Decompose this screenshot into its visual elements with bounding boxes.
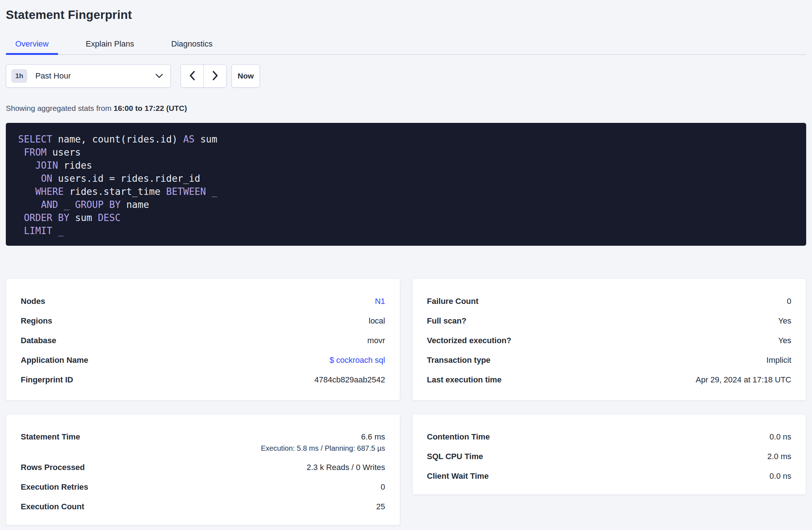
row-label: Full scan? [427,316,467,326]
time-interval-badge: 1h [11,69,27,83]
node-link[interactable]: N1 [375,296,385,306]
card-row-transaction-type: Transaction type Implicit [427,355,792,365]
card-row-contention-time: Contention Time 0.0 ns [427,432,792,442]
row-value: 6.6 ms [361,432,385,441]
row-value: 0 [381,482,385,492]
card-row-client-wait-time: Client Wait Time 0.0 ns [427,471,792,481]
row-label: Failure Count [427,296,479,306]
card-row-execution-count: Execution Count 25 [21,502,385,512]
row-value: 0 [787,296,791,306]
time-controls: 1h Past Hour Now [6,64,806,88]
row-label: Nodes [21,296,45,306]
card-row-last-execution-time: Last execution time Apr 29, 2024 at 17:1… [427,375,792,385]
info-cards-row: Nodes N1 Regions local Database movr App… [6,278,806,401]
previous-interval-button[interactable] [181,65,204,87]
aggregated-stats-line: Showing aggregated stats from 16:00 to 1… [6,103,806,114]
row-label: Execution Retries [21,482,88,492]
statement-fingerprint-page: Statement Fingerprint Overview Explain P… [0,0,812,525]
card-row-statement-time: Statement Time 6.6 ms Execution: 5.8 ms … [21,432,385,453]
row-value: 25 [376,502,385,512]
row-subvalue: Execution: 5.8 ms / Planning: 687.5 µs [261,443,385,453]
card-row-execution-retries: Execution Retries 0 [21,482,385,492]
card-row-failure-count: Failure Count 0 [427,296,792,306]
card-row-nodes: Nodes N1 [21,296,385,306]
row-label: Rows Processed [21,462,85,473]
row-label: Statement Time [21,432,80,442]
now-button[interactable]: Now [232,64,260,88]
tab-explain-plans[interactable]: Explain Plans [76,39,144,54]
sql-statement: SELECT name, count(rides.id) AS sum FROM… [6,123,806,246]
row-label: Execution Count [21,502,84,512]
card-row-application-name: Application Name $ cockroach sql [21,355,385,365]
timing-stats-card: Contention Time 0.0 ns SQL CPU Time 2.0 … [412,414,807,495]
statement-stats-card: Statement Time 6.6 ms Execution: 5.8 ms … [6,414,400,525]
row-value: 4784cb829aab2542 [314,375,385,385]
row-value-block: 6.6 ms Execution: 5.8 ms / Planning: 687… [261,432,385,453]
time-step-buttons [181,64,226,88]
row-value: Yes [778,316,791,326]
row-label: Transaction type [427,355,491,365]
row-value: 0.0 ns [769,471,791,481]
row-label: Database [21,336,56,346]
row-value: 2.3 k Reads / 0 Writes [306,462,385,473]
execution-attributes-card: Failure Count 0 Full scan? Yes Vectorize… [412,278,807,401]
stats-line-prefix: Showing aggregated stats from [6,104,114,112]
row-label: Contention Time [427,432,490,442]
card-row-sql-cpu-time: SQL CPU Time 2.0 ms [427,451,792,462]
card-row-full-scan: Full scan? Yes [427,316,792,326]
card-row-regions: Regions local [21,316,385,326]
card-row-fingerprint-id: Fingerprint ID 4784cb829aab2542 [21,375,385,385]
time-range-label: Past Hour [35,71,71,81]
card-row-database: Database movr [21,336,385,346]
row-value: movr [367,336,385,346]
row-value: Apr 29, 2024 at 17:18 UTC [696,375,791,385]
page-title: Statement Fingerprint [6,8,806,22]
row-label: Application Name [21,355,88,365]
stats-cards-row: Statement Time 6.6 ms Execution: 5.8 ms … [6,414,806,525]
chevron-right-icon [211,70,219,82]
tab-overview[interactable]: Overview [6,39,58,54]
tab-bar: Overview Explain Plans Diagnostics [6,39,806,55]
card-row-rows-processed: Rows Processed 2.3 k Reads / 0 Writes [21,462,385,473]
stats-line-range: 16:00 to 17:22 (UTC) [114,104,187,112]
row-label: Fingerprint ID [21,375,73,385]
chevron-down-icon [155,73,163,79]
application-name-link[interactable]: $ cockroach sql [330,355,385,365]
row-value: Yes [778,336,791,346]
row-value: local [369,316,385,326]
card-row-vectorized: Vectorized execution? Yes [427,336,792,346]
row-label: Client Wait Time [427,471,489,481]
row-value: Implicit [767,355,791,365]
time-range-picker[interactable]: 1h Past Hour [6,64,171,88]
row-label: Last execution time [427,375,502,385]
row-value: 2.0 ms [767,451,791,462]
row-label: Vectorized execution? [427,336,511,346]
tab-diagnostics[interactable]: Diagnostics [162,39,222,54]
chevron-left-icon [188,70,196,82]
row-value: 0.0 ns [769,432,791,442]
row-label: SQL CPU Time [427,451,483,462]
next-interval-button[interactable] [204,65,226,87]
overview-card: Nodes N1 Regions local Database movr App… [6,278,400,401]
row-label: Regions [21,316,52,326]
